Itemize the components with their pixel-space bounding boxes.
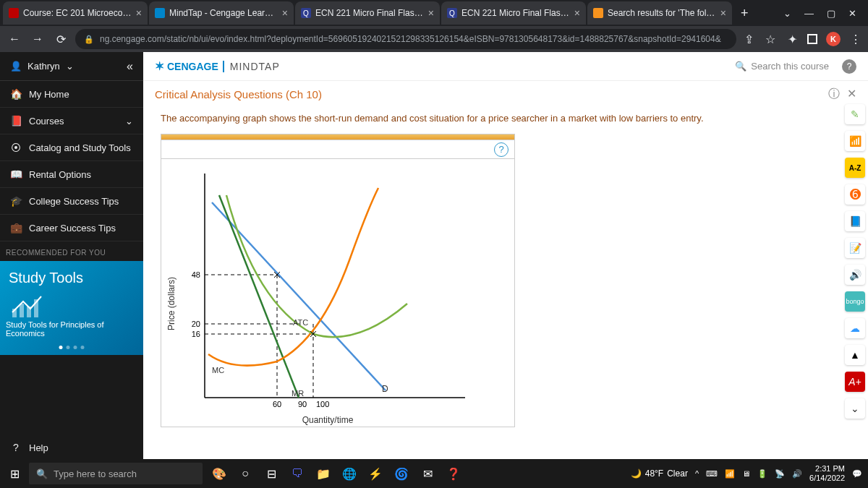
menu-icon[interactable]: ⋮ (849, 33, 862, 46)
start-button[interactable]: ⊞ (0, 467, 29, 481)
home-icon: 🏠 (10, 88, 22, 100)
close-icon[interactable]: × (720, 7, 726, 19)
browser-tab[interactable]: Course: EC 201 Microeconom× (3, 1, 148, 25)
new-tab-button[interactable]: + (733, 6, 756, 21)
wifi-icon[interactable]: 📡 (775, 469, 785, 479)
sidebar-item-courses[interactable]: 📕Courses⌄ (0, 108, 143, 134)
audio-icon[interactable]: 🔊 (845, 265, 865, 285)
drive-icon[interactable]: ▲ (845, 345, 865, 365)
close-icon[interactable]: × (574, 7, 580, 19)
taskview-icon[interactable]: ⊟ (260, 463, 282, 484)
browser-tab[interactable]: Search results for 'The follow× (587, 1, 732, 25)
sidebar-item-home[interactable]: 🏠My Home (0, 81, 143, 108)
search-placeholder: Type here to search (54, 468, 137, 479)
search-course[interactable]: 🔍Search this course (735, 61, 829, 72)
battery-icon[interactable]: 🔋 (757, 469, 767, 479)
tab-label: Search results for 'The follow (608, 8, 716, 18)
forward-button[interactable]: → (29, 33, 46, 46)
pen-icon[interactable]: ✎ (845, 104, 865, 124)
sidebar-item-college-tips[interactable]: 🎓College Success Tips (0, 188, 143, 215)
svg-text:16: 16 (192, 330, 200, 338)
browser-tab[interactable]: QECN 221 Micro Final Flashcar× (441, 1, 586, 25)
chevron-up-icon[interactable]: ^ (695, 469, 699, 478)
clock-time: 2:31 PM (809, 464, 845, 474)
cloud-icon[interactable]: ☁ (845, 318, 865, 338)
url-text: ng.cengage.com/static/nb/ui/evo/index.ht… (100, 34, 721, 44)
url-field[interactable]: 🔒 ng.cengage.com/static/nb/ui/evo/index.… (75, 29, 736, 49)
close-window-button[interactable]: ✕ (848, 8, 856, 19)
graph-help-button[interactable]: ? (494, 142, 509, 157)
search-icon: 🔍 (735, 61, 746, 72)
close-icon[interactable]: × (136, 7, 142, 19)
chevron-down-icon[interactable]: ⌄ (845, 398, 865, 419)
flashcard-icon[interactable]: ➏ (845, 184, 865, 205)
taskbar-apps: 🎨 ○ ⊟ 🗨 📁 🌐 ⚡ 🌀 ✉ ❓ (208, 463, 464, 484)
cortana-icon[interactable]: ○ (234, 463, 256, 484)
chevron-down-icon: ⌄ (125, 116, 133, 127)
weather-temp: 48°F (645, 468, 663, 479)
chrome-icon[interactable]: 🌐 (339, 463, 360, 484)
book-icon[interactable]: 📘 (845, 211, 865, 231)
explorer-icon[interactable]: 📁 (312, 463, 334, 484)
sidebar-item-label: My Home (29, 89, 69, 100)
back-button[interactable]: ← (6, 33, 23, 46)
share-icon[interactable]: ⇪ (742, 33, 755, 46)
svg-text:ATC: ATC (293, 318, 308, 327)
app-icon[interactable]: ⚡ (365, 463, 386, 484)
question-text: The accompanying graph shows the short-r… (161, 113, 851, 124)
tray-icon[interactable]: 🖥 (742, 469, 750, 478)
close-icon[interactable]: × (282, 7, 288, 19)
app-icon[interactable]: ❓ (443, 463, 464, 484)
svg-text:90: 90 (298, 400, 307, 408)
user-name: Kathryn (27, 61, 60, 72)
sidebar-item-catalog[interactable]: ⦿Catalog and Study Tools (0, 134, 143, 161)
info-icon[interactable]: ⓘ (828, 87, 840, 102)
graph-toolbar: ? (161, 140, 514, 159)
reload-button[interactable]: ⟳ (52, 33, 69, 46)
content-body: The accompanying graph shows the short-r… (143, 107, 868, 488)
bongo-icon[interactable]: bongo (845, 291, 865, 312)
app-icon[interactable]: 🗨 (286, 463, 308, 484)
svg-text:60: 60 (273, 400, 281, 408)
maximize-button[interactable]: ▢ (827, 8, 835, 19)
volume-icon[interactable]: 🔊 (792, 469, 802, 479)
tray-icon[interactable]: 📶 (725, 469, 735, 479)
weather-widget[interactable]: 🌙48°F Clear (631, 468, 688, 479)
book-icon: 📕 (10, 115, 22, 127)
windows-taskbar: ⊞ 🔍Type here to search 🎨 ○ ⊟ 🗨 📁 🌐 ⚡ 🌀 ✉… (0, 459, 868, 488)
taskbar-search[interactable]: 🔍Type here to search (29, 463, 203, 484)
close-icon[interactable]: × (428, 7, 434, 19)
rss-icon[interactable]: 📶 (845, 131, 865, 151)
notifications-icon[interactable]: 💬 (852, 469, 862, 479)
close-icon[interactable]: ✕ (847, 87, 856, 102)
chevron-down-icon[interactable]: ⌄ (783, 8, 791, 19)
browser-tab[interactable]: QECN 221 Micro Final Flashcar× (295, 1, 440, 25)
economics-plot[interactable]: Price (dollars) Quantity/time 48 20 16 6… (161, 159, 514, 427)
stop-icon[interactable] (807, 34, 817, 44)
briefcase-icon: 💼 (10, 222, 22, 234)
promo-card[interactable]: Study Tools Study Tools for Principles o… (0, 261, 143, 355)
mail-icon[interactable]: ✉ (417, 463, 438, 484)
app-icon[interactable]: 🎨 (208, 463, 230, 484)
edge-icon[interactable]: 🌀 (391, 463, 412, 484)
notes-icon[interactable]: 📝 (845, 238, 865, 258)
puzzle-icon[interactable]: ✦ (786, 33, 799, 46)
carousel-dots[interactable] (59, 346, 85, 349)
star-icon[interactable]: ☆ (764, 33, 777, 46)
sidebar-item-career-tips[interactable]: 💼Career Success Tips (0, 215, 143, 241)
tab-label: ECN 221 Micro Final Flashcar (461, 8, 570, 18)
clock[interactable]: 2:31 PM6/14/2022 (809, 464, 845, 483)
browser-tab[interactable]: MindTap - Cengage Learning× (149, 1, 294, 25)
sidebar-item-help[interactable]: ?Help (0, 435, 143, 461)
profile-badge[interactable]: K (826, 32, 841, 46)
help-icon: ? (10, 442, 22, 453)
tray-icon[interactable]: ⌨ (706, 469, 718, 479)
help-button[interactable]: ? (842, 59, 856, 74)
collapse-sidebar-button[interactable]: « (127, 60, 133, 73)
user-row[interactable]: 👤Kathryn ⌄ « (0, 52, 143, 81)
aplus-icon[interactable]: A+ (845, 372, 865, 392)
minimize-button[interactable]: — (804, 8, 814, 19)
svg-rect-0 (12, 309, 17, 317)
glossary-icon[interactable]: A-Z (845, 158, 865, 178)
sidebar-item-rental[interactable]: 📖Rental Options (0, 161, 143, 188)
